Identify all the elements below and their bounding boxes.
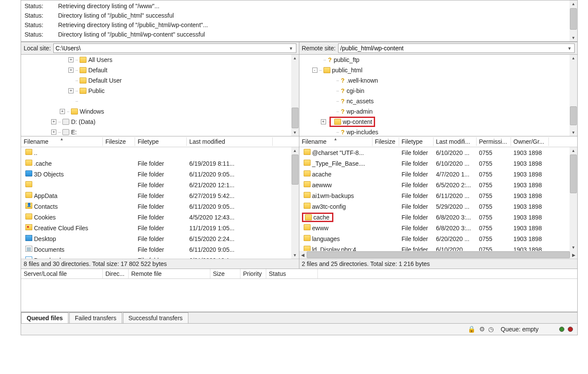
remote-tree[interactable]: ···?public_ftp-···public_html···?.well-k… [299, 55, 578, 136]
list-row[interactable]: .cacheFile folder6/19/2019 8:11... [21, 158, 299, 169]
local-list-body[interactable]: ...cacheFile folder6/19/2019 8:11...3D O… [21, 147, 299, 259]
tree-item[interactable]: +···Public [21, 86, 299, 96]
column-header[interactable]: Filetype [399, 137, 434, 146]
column-header[interactable]: Remote file [129, 269, 210, 278]
remote-list-hscrollbar[interactable]: ◀ ▶ [299, 251, 578, 259]
scroll-up-icon[interactable]: ▲ [570, 147, 577, 154]
local-tree[interactable]: +···All Users+···Default···Default User+… [21, 55, 299, 136]
chevron-down-icon[interactable]: ▼ [566, 46, 573, 51]
expand-toggle[interactable]: + [51, 130, 56, 135]
scroll-down-icon[interactable]: ▼ [570, 34, 577, 41]
column-header[interactable]: Filetype [135, 137, 187, 146]
column-header[interactable]: Priority [240, 269, 266, 278]
remote-path-combo[interactable]: ▼ [338, 43, 575, 53]
scroll-up-icon[interactable]: ▲ [570, 0, 577, 7]
list-row[interactable]: ld_Display.php:4...File folder6/10/2020 … [299, 244, 578, 251]
column-header[interactable]: Owner/Gr... [511, 137, 549, 146]
local-file-list[interactable]: Filename▲FilesizeFiletypeLast modified .… [21, 136, 299, 269]
remote-tree-scrollbar[interactable]: ▲ ▼ [570, 55, 577, 136]
local-list-header[interactable]: Filename▲FilesizeFiletypeLast modified [21, 136, 299, 147]
highlighted-folder[interactable]: wp-content [329, 117, 375, 127]
list-row[interactable]: ewwwFile folder6/8/2020 3:...07551903 18… [299, 223, 578, 233]
list-row[interactable]: acacheFile folder4/7/2020 1...07551903 1… [299, 169, 578, 179]
expand-toggle[interactable]: + [68, 88, 74, 93]
scrollbar-thumb[interactable] [570, 155, 577, 193]
column-header[interactable]: Filesize [373, 137, 399, 146]
tree-item[interactable]: +···All Users [21, 55, 299, 65]
highlighted-item[interactable]: cache [302, 213, 333, 222]
local-tree-scrollbar[interactable]: ▲ ▼ [291, 55, 299, 136]
remote-list-scrollbar[interactable]: ▲ ▼ [570, 147, 577, 251]
column-header[interactable]: Filename▲ [299, 137, 373, 146]
tree-item[interactable]: ···?wp-admin [299, 106, 578, 117]
tree-item[interactable]: ···?public_ftp [299, 55, 578, 65]
list-row[interactable]: .. [21, 147, 299, 158]
expand-toggle[interactable]: + [68, 68, 74, 73]
chevron-down-icon[interactable]: ▼ [288, 46, 294, 51]
column-header[interactable]: Permissi... [477, 137, 511, 146]
scroll-up-icon[interactable]: ▲ [570, 55, 577, 62]
scrollbar-thumb[interactable] [307, 251, 570, 258]
list-row[interactable]: Creative Cloud FilesFile folder11/1/2019… [21, 223, 299, 233]
lock-icon[interactable]: 🔒 [468, 325, 476, 333]
column-header[interactable]: Direc... [103, 269, 129, 278]
tree-item[interactable]: ···Default User [21, 75, 299, 86]
tab-queued-files[interactable]: Queued files [21, 312, 68, 323]
scroll-down-icon[interactable]: ▼ [291, 252, 299, 259]
scrollbar-thumb[interactable] [570, 8, 577, 30]
list-row[interactable]: aw3tc-configFile folder5/29/2020 ...0755… [299, 201, 578, 212]
remote-list-header[interactable]: Filename▲FilesizeFiletypeLast modifi...P… [299, 136, 578, 147]
remote-file-list[interactable]: Filename▲FilesizeFiletypeLast modifi...P… [299, 136, 578, 269]
list-row[interactable]: CookiesFile folder4/5/2020 12:43... [21, 212, 299, 223]
list-row[interactable]: cacheFile folder6/8/2020 3:...07551903 1… [299, 212, 578, 223]
scroll-right-icon[interactable]: ▶ [570, 251, 577, 259]
list-row[interactable]: File folder6/21/2020 12:1... [21, 179, 299, 190]
column-header[interactable]: Status [266, 269, 318, 278]
tree-item[interactable]: ···?cgi-bin [299, 86, 578, 96]
remote-path-input[interactable] [340, 45, 566, 52]
list-row[interactable]: ContactsFile folder6/11/2020 9:05... [21, 201, 299, 212]
list-row[interactable]: DesktopFile folder6/15/2020 2:24... [21, 233, 299, 244]
gear-icon[interactable]: ⚙ [479, 325, 485, 333]
tree-item[interactable]: +···Windows [21, 106, 299, 117]
scroll-up-icon[interactable]: ▲ [291, 55, 299, 62]
column-header[interactable]: Last modifi... [434, 137, 477, 146]
expand-toggle[interactable]: + [321, 119, 326, 124]
tree-item[interactable]: +···Default [21, 65, 299, 75]
column-header[interactable]: Filename▲ [21, 137, 103, 146]
tree-item[interactable]: ···?nc_assets [299, 96, 578, 106]
tab-successful-transfers[interactable]: Successful transfers [123, 312, 188, 323]
remote-list-body[interactable]: @charset "UTF-8...File folder6/10/2020 .… [299, 147, 578, 251]
list-row[interactable]: DownloadsFile folder6/21/2020 12:1... [21, 255, 299, 259]
tree-item[interactable]: +···D: (Data) [21, 117, 299, 127]
scrollbar-thumb[interactable] [292, 155, 299, 185]
column-header[interactable]: Size [210, 269, 240, 278]
scroll-down-icon[interactable]: ▼ [570, 244, 577, 251]
list-row[interactable]: AppDataFile folder6/27/2019 5:42... [21, 190, 299, 201]
tree-item[interactable]: +··wp-content [299, 117, 578, 127]
local-path-combo[interactable]: ▼ [53, 43, 296, 53]
tree-item[interactable]: ··· [21, 96, 299, 106]
list-row[interactable]: 3D ObjectsFile folder6/11/2020 9:05... [21, 169, 299, 179]
scroll-down-icon[interactable]: ▼ [570, 129, 577, 136]
tree-item[interactable]: -···public_html [299, 65, 578, 75]
scrollbar-thumb[interactable] [292, 108, 299, 128]
list-row[interactable]: DocumentsFile folder6/11/2020 9:05... [21, 244, 299, 255]
list-row[interactable]: _Type_File_Base....File folder6/10/2020 … [299, 158, 578, 169]
queue-body[interactable] [21, 279, 577, 312]
status-log-scrollbar[interactable]: ▲ ▼ [570, 0, 577, 41]
tree-item[interactable]: ···?.well-known [299, 75, 578, 86]
expand-toggle[interactable]: + [60, 109, 65, 114]
list-row[interactable]: @charset "UTF-8...File folder6/10/2020 .… [299, 147, 578, 158]
refresh-icon[interactable]: ◷ [488, 325, 494, 333]
queue-header[interactable]: Server/Local fileDirec...Remote fileSize… [21, 269, 577, 279]
column-header[interactable]: Server/Local file [21, 269, 103, 278]
scroll-up-icon[interactable]: ▲ [291, 147, 299, 154]
tree-item[interactable]: +···E: [21, 127, 299, 136]
column-header[interactable]: Filesize [103, 137, 135, 146]
scroll-left-icon[interactable]: ◀ [299, 251, 306, 259]
list-row[interactable]: aewwwFile folder6/5/2020 2:...07551903 1… [299, 179, 578, 190]
local-list-scrollbar[interactable]: ▲ ▼ [291, 147, 299, 259]
expand-toggle[interactable]: - [312, 68, 317, 73]
list-row[interactable]: languagesFile folder6/20/2020 ...0755190… [299, 233, 578, 244]
